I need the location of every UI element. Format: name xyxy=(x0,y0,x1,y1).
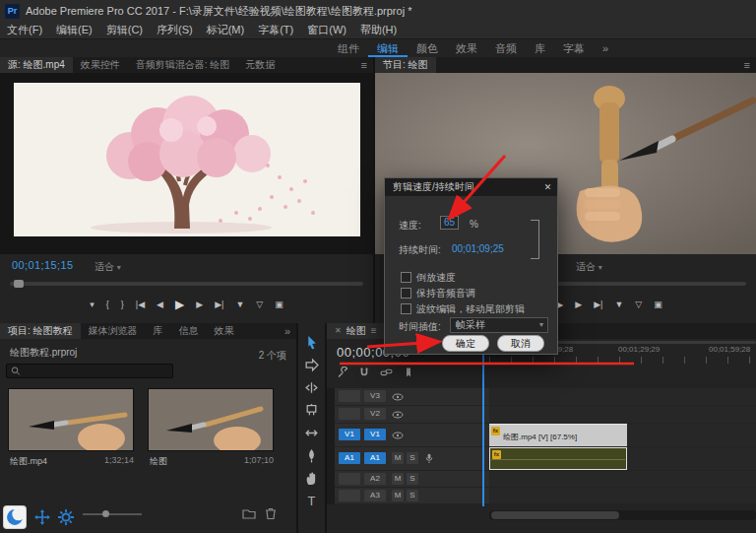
overwrite-button[interactable]: ▽ xyxy=(635,300,642,309)
menu-file[interactable]: 文件(F) xyxy=(0,23,49,37)
workspace-effects[interactable]: 效果 xyxy=(447,39,486,57)
source-scrubber-handle[interactable] xyxy=(14,280,24,288)
menu-title[interactable]: 字幕(T) xyxy=(251,23,300,37)
mute-button[interactable]: M xyxy=(392,473,404,485)
track-select-forward-tool[interactable] xyxy=(304,358,319,372)
track-header-v1[interactable]: V1 V1 xyxy=(335,424,489,446)
gear-icon[interactable] xyxy=(57,508,75,526)
clip-name[interactable]: 绘图.mp4 xyxy=(10,455,47,468)
solo-button[interactable]: S xyxy=(407,490,418,501)
linked-selection-icon[interactable] xyxy=(380,366,393,378)
track-header-v3[interactable]: V3 xyxy=(335,388,489,405)
zoom-slider-handle[interactable] xyxy=(102,510,109,517)
export-frame-button[interactable]: ▣ xyxy=(275,300,284,309)
panel-menu-icon[interactable]: ≡ xyxy=(738,57,756,73)
workspace-color[interactable]: 颜色 xyxy=(408,39,447,57)
selection-tool[interactable] xyxy=(304,335,319,350)
source-fit-dropdown[interactable]: 适合 ▾ xyxy=(94,260,121,274)
tab-audio-clip-mixer[interactable]: 音频剪辑混合器: 绘图 xyxy=(128,57,238,73)
solo-button[interactable]: S xyxy=(407,473,418,485)
export-frame-button[interactable]: ▣ xyxy=(654,300,662,309)
insert-button[interactable]: ▼ xyxy=(614,300,623,309)
workspace-libraries[interactable]: 库 xyxy=(526,39,554,57)
project-filename[interactable]: 绘图教程.prproj xyxy=(10,346,77,360)
source-timecode[interactable]: 00;01;15;15 xyxy=(12,259,74,271)
source-monitor-viewport[interactable] xyxy=(0,73,373,254)
tab-info[interactable]: 信息 xyxy=(171,323,207,339)
tab-source-monitor[interactable]: 源: 绘图.mp4 xyxy=(0,57,73,73)
track-header-a3[interactable]: A3 M S xyxy=(335,488,489,503)
track-header-v2[interactable]: V2 xyxy=(335,406,489,423)
workspace-audio[interactable]: 音频 xyxy=(486,39,526,57)
menu-sequence[interactable]: 序列(S) xyxy=(150,23,200,37)
workspace-overflow-icon[interactable]: » xyxy=(594,39,617,57)
playhead-line[interactable] xyxy=(482,343,484,506)
source-patch-a3[interactable] xyxy=(339,490,360,501)
track-target-a2[interactable]: A2 xyxy=(364,473,386,485)
annotation-tool-box[interactable] xyxy=(4,506,26,528)
maintain-pitch-checkbox[interactable] xyxy=(401,288,411,299)
source-patch-a2[interactable] xyxy=(339,473,360,485)
go-to-out-button[interactable]: ▶| xyxy=(215,300,223,309)
speed-value-field[interactable]: 65 xyxy=(440,216,459,230)
trash-icon[interactable] xyxy=(264,506,278,520)
thumbnail-zoom-slider[interactable] xyxy=(83,513,142,515)
menu-edit[interactable]: 编辑(E) xyxy=(49,23,99,37)
scrollbar-handle[interactable] xyxy=(491,511,619,519)
slip-tool[interactable] xyxy=(304,426,319,440)
insert-button[interactable]: ▼ xyxy=(235,300,244,309)
project-item-thumbnail[interactable] xyxy=(148,388,274,451)
track-target-v1[interactable]: V1 xyxy=(364,429,386,440)
tab-effect-controls[interactable]: 效果控件 xyxy=(73,57,128,73)
project-item-thumbnail[interactable] xyxy=(8,388,134,451)
mute-button[interactable]: M xyxy=(392,490,404,501)
panel-menu-icon[interactable]: » xyxy=(279,323,296,339)
workspace-titles[interactable]: 字幕 xyxy=(554,39,594,57)
track-target-v2[interactable]: V2 xyxy=(364,408,386,420)
mute-button[interactable]: M xyxy=(392,452,404,464)
track-target-a1[interactable]: A1 xyxy=(364,452,386,464)
track-target-a3[interactable]: A3 xyxy=(364,490,386,501)
menu-clip[interactable]: 剪辑(C) xyxy=(99,23,150,37)
ok-button[interactable]: 确定 xyxy=(442,335,489,352)
voiceover-mic-icon[interactable] xyxy=(425,453,433,464)
snap-magnet-icon[interactable] xyxy=(358,366,370,378)
moon-icon[interactable] xyxy=(4,506,26,528)
source-patch-v1[interactable]: V1 xyxy=(339,429,360,440)
move-icon[interactable] xyxy=(33,508,51,526)
dialog-close-button[interactable]: ✕ xyxy=(540,178,555,196)
go-to-in-button[interactable]: |◀ xyxy=(136,300,145,309)
workspace-assembly[interactable]: 组件 xyxy=(329,39,368,57)
overwrite-button[interactable]: ▽ xyxy=(256,300,263,309)
tab-media-browser[interactable]: 媒体浏览器 xyxy=(81,323,146,339)
step-forward-button[interactable]: ▶ xyxy=(196,300,203,309)
menu-help[interactable]: 帮助(H) xyxy=(353,23,404,37)
tab-sequence[interactable]: ✕ 绘图 ≡ xyxy=(327,323,385,339)
cancel-button[interactable]: 取消 xyxy=(497,335,544,352)
track-output-eye-icon[interactable] xyxy=(392,393,404,401)
audio-clip[interactable]: fx xyxy=(489,447,627,470)
solo-button[interactable]: S xyxy=(407,452,418,464)
panel-menu-icon[interactable]: ≡ xyxy=(355,57,373,73)
ripple-edit-checkbox[interactable] xyxy=(401,303,411,314)
tab-metadata[interactable]: 元数据 xyxy=(237,57,283,73)
panel-menu-icon[interactable]: ≡ xyxy=(371,323,377,339)
duration-value-field[interactable]: 00;01;09;25 xyxy=(452,243,504,254)
add-marker-icon[interactable] xyxy=(403,366,414,378)
tab-program-monitor[interactable]: 节目: 绘图 xyxy=(375,57,436,73)
track-header-grip[interactable] xyxy=(327,388,335,504)
ripple-edit-tool[interactable] xyxy=(304,380,319,395)
video-clip[interactable]: fx 绘图.mp4 [V] [67.5%] xyxy=(489,424,627,446)
source-patch-a1[interactable]: A1 xyxy=(339,452,360,464)
play-button[interactable]: ▶ xyxy=(175,298,184,311)
timeline-horizontal-scrollbar[interactable] xyxy=(489,510,756,520)
source-patch-v2[interactable] xyxy=(339,408,360,420)
go-to-out-button[interactable]: ▶| xyxy=(594,300,602,309)
project-search-input[interactable] xyxy=(25,365,168,377)
source-patch-v3[interactable] xyxy=(339,390,360,402)
tab-effects[interactable]: 效果 xyxy=(207,323,242,339)
razor-tool[interactable] xyxy=(304,403,319,418)
track-header-a2[interactable]: A2 M S xyxy=(335,471,489,487)
step-back-button[interactable]: ◀ xyxy=(157,300,163,309)
project-search-box[interactable] xyxy=(6,364,173,378)
